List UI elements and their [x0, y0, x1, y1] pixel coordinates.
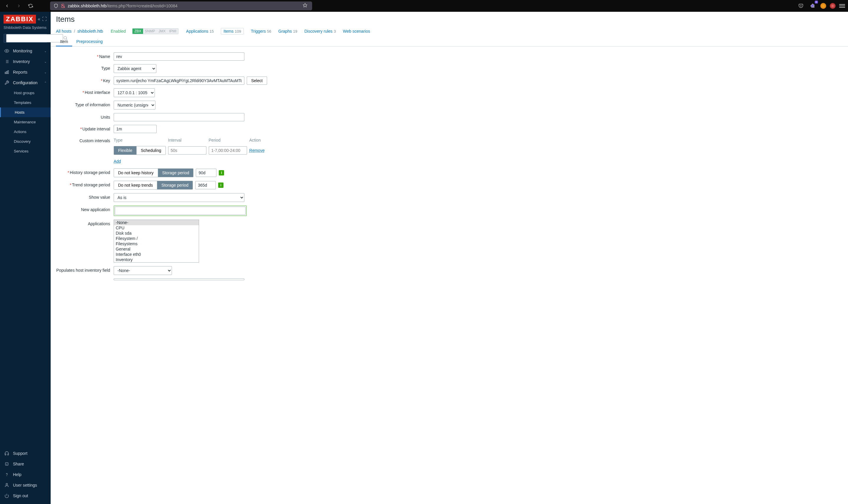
interval-scheduling-button[interactable]: Scheduling [136, 146, 165, 155]
applications-listbox[interactable]: -None- CPU Disk sda Filesystem / Filesys… [114, 220, 199, 263]
link-web-scenarios[interactable]: Web scenarios [343, 29, 370, 34]
nav-reports[interactable]: Reports ⌄ [0, 67, 51, 77]
subnav-services[interactable]: Services [1, 146, 51, 156]
interval-delay-input[interactable] [168, 146, 206, 155]
nav-monitoring[interactable]: Monitoring ⌄ [0, 46, 51, 56]
chevron-down-icon: ⌄ [44, 60, 47, 63]
history-no-keep-button[interactable]: Do not keep history [114, 169, 158, 177]
interface-tag-ipmi[interactable]: IPMI [167, 29, 178, 34]
browser-reload-button[interactable] [26, 2, 35, 10]
listbox-item[interactable]: Memory [114, 262, 199, 263]
subnav-templates[interactable]: Templates [1, 98, 51, 107]
nav-support[interactable]: Support [0, 448, 51, 459]
input-cutoff[interactable] [114, 278, 245, 280]
extension-1-icon[interactable] [820, 3, 826, 9]
form-tabs: Item Preprocessing [51, 37, 848, 47]
interval-period-input[interactable] [209, 146, 247, 155]
svg-text:z: z [6, 463, 7, 465]
info-icon[interactable]: i [218, 182, 223, 188]
custom-intervals-table: Type Interval Period Action Flexible [114, 137, 267, 165]
listbox-item[interactable]: Filesystem / [114, 236, 199, 241]
subnav-actions[interactable]: Actions [1, 127, 51, 137]
question-icon [4, 472, 10, 477]
select-type-info[interactable]: Numeric (unsigned) [114, 101, 156, 109]
listbox-item[interactable]: Filesystems [114, 241, 199, 247]
interface-tag-snmp[interactable]: SNMP [143, 29, 157, 34]
logo[interactable]: ZABBIX [3, 15, 36, 23]
input-new-application[interactable] [115, 207, 246, 215]
trend-storage-period-button[interactable]: Storage period [157, 181, 193, 189]
select-host-interface[interactable]: 127.0.0.1 : 10050 [114, 88, 155, 97]
breadcrumb-host[interactable]: shibboleth.htb [77, 29, 103, 34]
browser-menu-button[interactable] [839, 3, 845, 9]
link-applications[interactable]: Applications 15 [186, 29, 214, 34]
listbox-item[interactable]: General [114, 247, 199, 252]
browser-forward-button[interactable] [15, 2, 23, 10]
subnav-hosts[interactable]: Hosts [0, 107, 51, 117]
input-units[interactable] [114, 113, 245, 121]
nav-configuration[interactable]: Configuration ⌃ [0, 77, 51, 88]
chevron-down-icon: ⌄ [44, 50, 47, 53]
link-graphs[interactable]: Graphs 19 [278, 29, 297, 34]
sidebar-search-input[interactable] [6, 34, 63, 42]
listbox-item[interactable]: Disk sda [114, 231, 199, 236]
shield-icon [54, 3, 58, 8]
select-show-value[interactable]: As is [114, 193, 245, 202]
pocket-icon[interactable] [797, 2, 805, 10]
input-trend-period[interactable] [195, 181, 216, 189]
interface-tag-jmx[interactable]: JMX [157, 29, 167, 34]
breadcrumb-all-hosts[interactable]: All hosts [56, 29, 72, 34]
nav-help[interactable]: Help [0, 469, 51, 480]
listbox-item[interactable]: Interface eth0 [114, 252, 199, 257]
input-history-period[interactable] [196, 169, 216, 177]
extension-2-icon[interactable] [830, 3, 836, 9]
share-icon: z [4, 462, 10, 466]
subnav-host-groups[interactable]: Host groups [1, 88, 51, 98]
sidebar-expand-icon[interactable]: ⛶ [42, 17, 47, 22]
label-units: Units [56, 113, 114, 120]
label-custom-intervals: Custom intervals [56, 137, 114, 143]
bookmark-star-icon[interactable] [303, 3, 309, 9]
interval-flexible-button[interactable]: Flexible [114, 146, 136, 155]
subnav-discovery[interactable]: Discovery [1, 137, 51, 146]
listbox-item[interactable]: Inventory [114, 257, 199, 262]
label-update-interval: *Update interval [56, 125, 114, 131]
info-icon[interactable]: i [219, 170, 224, 176]
nav-sign-out[interactable]: Sign out [0, 490, 51, 501]
new-application-highlight [114, 205, 247, 216]
tab-item[interactable]: Item [56, 37, 72, 46]
nav-user-settings[interactable]: User settings [0, 480, 51, 490]
nav-inventory[interactable]: Inventory ⌄ [0, 56, 51, 67]
nav-share[interactable]: z Share [0, 459, 51, 469]
select-populates-inventory[interactable]: -None- [114, 266, 172, 275]
link-items[interactable]: Items 109 [221, 28, 244, 34]
svg-rect-13 [6, 71, 7, 74]
url-bar[interactable]: zabbix.shibboleth.htb/items.php?form=cre… [50, 1, 312, 10]
sidebar-search[interactable] [3, 34, 47, 43]
sidebar-collapse-icon[interactable]: « [38, 17, 40, 22]
label-type-info: Type of information [56, 101, 114, 107]
select-type[interactable]: Zabbix agent [114, 64, 156, 73]
history-storage-period-button[interactable]: Storage period [158, 169, 194, 177]
extensions-icon[interactable]: 6 [809, 2, 817, 10]
tab-preprocessing[interactable]: Preprocessing [72, 37, 107, 46]
link-discovery-rules[interactable]: Discovery rules 3 [304, 29, 336, 34]
key-select-button[interactable]: Select [247, 76, 267, 85]
interval-remove-link[interactable]: Remove [249, 148, 265, 153]
nav-label: Sign out [13, 493, 47, 498]
interval-add-link[interactable]: Add [114, 159, 121, 164]
link-triggers[interactable]: Triggers 56 [251, 29, 271, 34]
browser-back-button[interactable] [3, 2, 11, 10]
label-new-application: New application [56, 205, 114, 212]
subnav-maintenance[interactable]: Maintenance [1, 117, 51, 127]
interface-tag-zbx[interactable]: ZBX [132, 29, 143, 34]
listbox-item[interactable]: -None- [114, 220, 199, 225]
trend-no-keep-button[interactable]: Do not keep trends [114, 181, 157, 189]
chevron-down-icon: ⌄ [44, 71, 47, 74]
listbox-item[interactable]: CPU [114, 225, 199, 231]
input-name[interactable] [114, 52, 245, 61]
browser-chrome: zabbix.shibboleth.htb/items.php?form=cre… [0, 0, 848, 12]
nav-label: Help [13, 472, 47, 477]
input-update-interval[interactable] [114, 125, 157, 133]
input-key[interactable] [114, 76, 245, 85]
